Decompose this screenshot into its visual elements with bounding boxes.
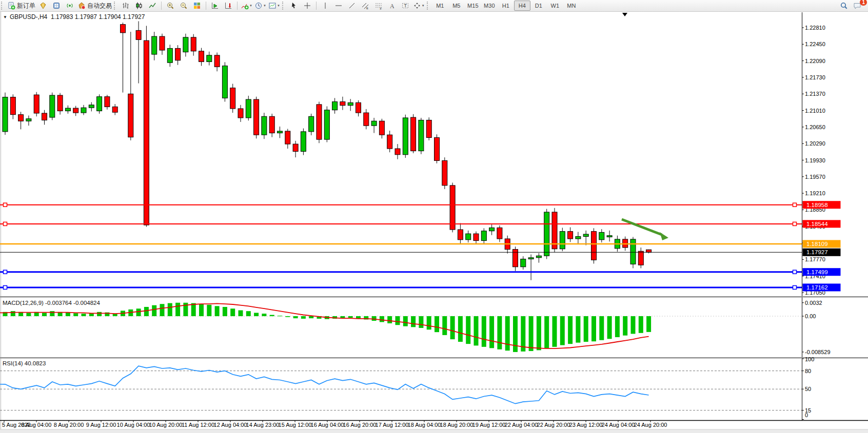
crosshair-button[interactable]	[301, 1, 314, 11]
chart-frame	[0, 12, 868, 433]
timeframe-m30[interactable]: M30	[481, 1, 498, 11]
text-label-tool-button[interactable]: T	[399, 1, 412, 11]
macd-values: -0.003764 -0.004824	[45, 300, 100, 306]
rsi-indicator-label: RSI(14) 40.0823	[3, 360, 46, 366]
signals-icon	[66, 2, 74, 10]
hline-1.18109[interactable]: 1.18109	[0, 240, 841, 248]
trendline-icon	[348, 2, 356, 10]
search-button[interactable]	[837, 1, 851, 11]
data-window-icon	[52, 2, 61, 10]
tile-windows-button[interactable]	[190, 1, 204, 11]
auto-scroll-button[interactable]	[208, 1, 222, 11]
fibonacci-button[interactable]: F	[372, 1, 385, 11]
market-watch-button[interactable]	[36, 1, 50, 11]
svg-text:18 Aug 20:00: 18 Aug 20:00	[440, 422, 474, 428]
timeframe-h4[interactable]: H4	[514, 1, 530, 11]
svg-text:10 Aug 20:00: 10 Aug 20:00	[149, 422, 183, 428]
svg-text:1.17770: 1.17770	[805, 256, 825, 262]
fibonacci-icon: F	[374, 2, 383, 10]
symbol-dropdown-arrow[interactable]: ▼	[3, 15, 7, 19]
text-label-icon: T	[401, 2, 409, 10]
rsi-name: RSI(14)	[3, 360, 23, 366]
timeframe-w1[interactable]: W1	[547, 1, 563, 11]
rsi-value: 40.0823	[25, 360, 46, 366]
macd-signal-line	[0, 303, 649, 348]
toolbar-grip	[1, 2, 4, 10]
new-order-label: 新订单	[17, 2, 35, 10]
arrows-dropdown-arrow[interactable]: ▼	[422, 4, 425, 7]
data-window-button[interactable]	[50, 1, 63, 11]
candlestick-chart-icon	[135, 2, 143, 10]
autotrading-button[interactable]: 自动交易	[76, 1, 113, 11]
main-toolbar: 新订单 自动交易	[0, 0, 868, 12]
svg-text:1.18109: 1.18109	[806, 241, 828, 247]
crosshair-icon	[303, 2, 311, 10]
new-order-button[interactable]: 新订单	[6, 1, 36, 11]
rsi-levels	[0, 371, 802, 410]
add-indicator-dropdown-arrow[interactable]: ▼	[249, 4, 252, 7]
templates-dropdown-arrow[interactable]: ▼	[277, 4, 280, 7]
market-watch-icon	[39, 2, 47, 10]
timeframe-m15[interactable]: M15	[465, 1, 481, 11]
text-tool-button[interactable]: A	[385, 1, 399, 11]
timeframe-mn[interactable]: MN	[563, 1, 580, 11]
toolbar-grip	[427, 2, 430, 10]
chart-shift-button[interactable]	[222, 1, 235, 11]
svg-text:23 Aug 12:00: 23 Aug 12:00	[569, 422, 603, 428]
hline-1.17927[interactable]: 1.17927	[0, 249, 841, 256]
toolbar-separator	[161, 2, 162, 10]
timeframe-d1[interactable]: D1	[530, 1, 547, 11]
svg-text:0: 0	[805, 412, 808, 418]
periods-dropdown-arrow[interactable]: ▼	[263, 4, 266, 7]
arrows-tool-icon	[413, 2, 421, 10]
svg-text:17 Aug 12:00: 17 Aug 12:00	[376, 422, 409, 428]
zoom-out-icon	[180, 2, 188, 10]
svg-text:100: 100	[805, 356, 814, 362]
svg-text:10 Aug 04:00: 10 Aug 04:00	[117, 422, 150, 428]
timeframe-h1[interactable]: H1	[498, 1, 514, 11]
svg-text:-0.008529: -0.008529	[805, 349, 831, 355]
zoom-in-button[interactable]	[164, 1, 177, 11]
periods-clock-icon	[254, 2, 263, 10]
svg-text:1.22090: 1.22090	[805, 58, 825, 64]
line-chart-button[interactable]	[146, 1, 159, 11]
new-order-icon	[7, 2, 15, 10]
macd-axis: 0.00320.00-0.008529	[802, 300, 831, 355]
bar-chart-button[interactable]	[119, 1, 132, 11]
vertical-line-icon	[321, 2, 329, 10]
macd-indicator-label: MACD(12,26,9) -0.003764 -0.004824	[3, 300, 100, 306]
candlestick-chart-button[interactable]	[132, 1, 146, 11]
chat-button[interactable]: 1	[851, 1, 864, 11]
horizontal-line-icon	[334, 2, 343, 10]
svg-text:80: 80	[805, 368, 811, 374]
timeframe-m5[interactable]: M5	[448, 1, 465, 11]
chart-canvas[interactable]: 1.228101.224501.220901.217301.213701.210…	[0, 0, 868, 433]
svg-text:9 Aug 12:00: 9 Aug 12:00	[86, 422, 116, 428]
svg-text:18 Aug 04:00: 18 Aug 04:00	[408, 422, 441, 428]
svg-text:0.00: 0.00	[805, 313, 816, 319]
equidistant-channel-button[interactable]: E	[359, 1, 372, 11]
hline-1.18958[interactable]: 1.18958	[0, 201, 841, 209]
periods-button[interactable]: ▼	[253, 1, 267, 11]
vertical-line-tool-button[interactable]	[319, 1, 332, 11]
annotation-arrow[interactable]	[622, 219, 668, 240]
hline-1.17499[interactable]: 1.17499	[0, 268, 841, 276]
chart-title: ▼GBPUSD-,H4 1.17983 1.17987 1.17904 1.17…	[3, 13, 145, 20]
cursor-button[interactable]	[287, 1, 301, 11]
signals-button[interactable]	[63, 1, 76, 11]
timeframe-m1[interactable]: M1	[432, 1, 448, 11]
toolbar-separator	[316, 2, 317, 10]
templates-button[interactable]: ▼	[267, 1, 281, 11]
trendline-tool-button[interactable]	[345, 1, 359, 11]
svg-text:1.22810: 1.22810	[805, 25, 825, 31]
hline-1.18544[interactable]: 1.18544	[0, 220, 841, 228]
equidistant-channel-icon: E	[361, 2, 369, 10]
toolbar-separator	[237, 2, 238, 10]
svg-text:1.21730: 1.21730	[805, 74, 825, 80]
zoom-out-button[interactable]	[177, 1, 190, 11]
add-indicator-button[interactable]: ▼	[240, 1, 253, 11]
horizontal-line-tool-button[interactable]	[332, 1, 345, 11]
svg-text:8 Aug 04:00: 8 Aug 04:00	[22, 422, 52, 428]
hline-1.17162[interactable]: 1.17162	[0, 283, 841, 291]
arrows-tool-button[interactable]: ▼	[412, 1, 426, 11]
